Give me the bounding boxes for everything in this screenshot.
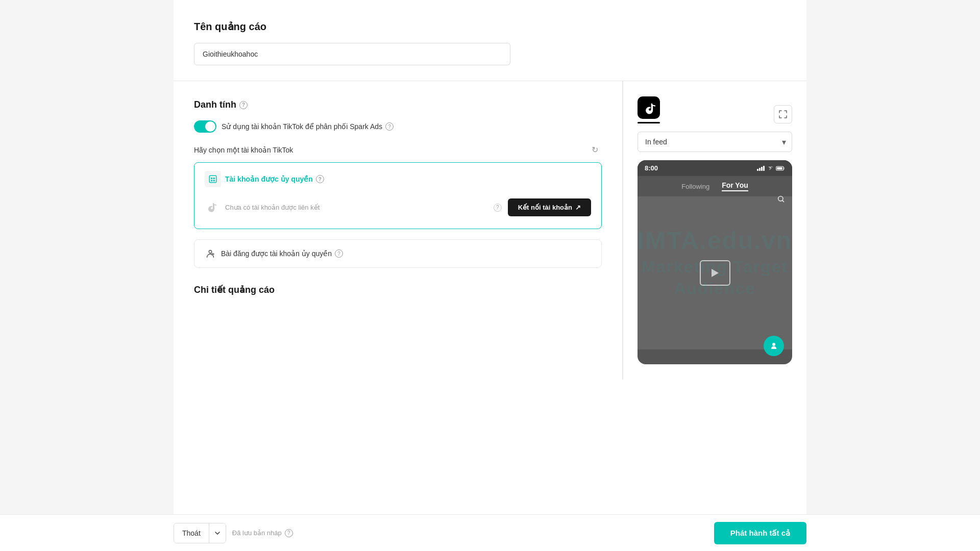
phone-following-tab: Following — [681, 183, 709, 190]
save-status-text: Đã lưu bản nháp — [232, 529, 282, 537]
tiktok-logo-svg — [642, 101, 656, 115]
account-box: Tài khoản được ủy quyền ? Chưa có tài kh… — [194, 162, 602, 229]
toggle-check-icon: ✓ — [210, 123, 214, 130]
no-account-text: Chưa có tài khoản được liên kết — [225, 204, 487, 211]
phone-video-area — [638, 196, 792, 349]
phone-icons — [757, 165, 785, 172]
phone-search-icon — [777, 195, 785, 203]
thoat-dropdown-arrow[interactable] — [209, 523, 226, 543]
svg-rect-7 — [777, 167, 782, 169]
danh-tinh-help-icon[interactable]: ? — [239, 101, 248, 109]
account-tab-icon — [205, 171, 221, 187]
wifi-icon — [767, 165, 774, 172]
left-panel: Danh tính ? ✓ Sử dụng tài khoản TikTok đ… — [174, 81, 623, 380]
ad-name-input[interactable] — [194, 43, 510, 65]
thoat-button[interactable]: Thoát — [174, 523, 209, 543]
infeed-select-wrapper: In feed ▾ — [638, 132, 792, 152]
fullscreen-icon — [779, 110, 787, 118]
phone-mockup: 8:00 — [638, 160, 792, 364]
chevron-down-icon — [214, 530, 220, 536]
video-placeholder-icon — [700, 260, 730, 286]
bai-dang-help-icon[interactable]: ? — [335, 249, 343, 258]
phone-foryou-tab: For You — [722, 181, 748, 191]
bai-dang-label: Bài đăng được tài khoản ủy quyền ? — [221, 249, 343, 258]
phone-status-bar: 8:00 — [638, 160, 792, 176]
bai-dang-section: Bài đăng được tài khoản ủy quyền ? — [194, 239, 602, 268]
external-link-icon: ↗ — [575, 204, 581, 211]
account-no-link-row: Chưa có tài khoản được liên kết ? Kết nố… — [205, 194, 591, 220]
connect-btn-label: Kết nối tài khoản — [518, 204, 572, 211]
body-section: Danh tính ? ✓ Sử dụng tài khoản TikTok đ… — [174, 81, 806, 380]
preview-header — [638, 96, 792, 123]
connect-account-button[interactable]: Kết nối tài khoản ↗ — [508, 198, 591, 216]
svg-rect-1 — [211, 178, 212, 179]
building-icon — [208, 174, 217, 184]
spark-ads-toggle[interactable]: ✓ — [194, 120, 216, 133]
fullscreen-button[interactable] — [774, 105, 792, 123]
svg-point-5 — [209, 251, 212, 254]
tiktok-small-icon — [205, 201, 219, 215]
svg-rect-3 — [211, 180, 212, 182]
svg-rect-4 — [213, 180, 215, 182]
main-content: Tên quảng cáo Danh tính ? ✓ Sử dụng tà — [174, 0, 806, 551]
toggle-help-icon[interactable]: ? — [385, 122, 394, 131]
svg-point-9 — [772, 343, 775, 346]
authorized-account-tab: Tài khoản được ủy quyền ? — [205, 171, 591, 187]
question-badge-icon[interactable]: ? — [494, 204, 502, 212]
phone-nav: Following For You — [638, 176, 792, 196]
fab-person-icon — [769, 341, 778, 350]
toggle-row: ✓ Sử dụng tài khoản TikTok để phân phối … — [194, 120, 602, 133]
footer-bar: Thoát Đã lưu bản nháp ? Phát hành tất cả — [0, 514, 980, 551]
save-status: Đã lưu bản nháp ? — [232, 529, 293, 537]
phone-time: 8:00 — [645, 164, 658, 172]
account-selection-label: Hãy chọn một tài khoản TikTok ↻ — [194, 145, 602, 155]
play-icon — [712, 269, 719, 277]
save-status-help-icon[interactable]: ? — [285, 529, 293, 537]
phat-hanh-button[interactable]: Phát hành tất cả — [714, 522, 806, 544]
authorized-tab-label: Tài khoản được ủy quyền ? — [225, 175, 324, 183]
authorized-tab-text: Tài khoản được ủy quyền — [225, 175, 313, 183]
authorized-tab-help-icon[interactable]: ? — [316, 175, 324, 183]
toggle-label: Sử dụng tài khoản TikTok để phân phối Sp… — [222, 122, 394, 131]
bai-dang-icon — [205, 248, 216, 259]
tiktok-logo-icon — [638, 96, 660, 119]
refresh-icon[interactable]: ↻ — [592, 145, 602, 155]
right-panel: In feed ▾ 8:00 — [623, 81, 806, 380]
chi-tiet-title: Chi tiết quảng cáo — [194, 284, 602, 295]
bai-dang-text: Bài đăng được tài khoản ủy quyền — [221, 249, 332, 258]
footer-left: Thoát Đã lưu bản nháp ? — [174, 523, 293, 543]
ad-name-section: Tên quảng cáo — [174, 0, 806, 81]
thoat-select-group: Thoát — [174, 523, 226, 543]
phone-fab-button — [764, 336, 784, 356]
ad-name-title: Tên quảng cáo — [194, 20, 786, 33]
danh-tinh-label: Danh tính — [194, 99, 236, 110]
signal-bars-icon — [757, 166, 765, 171]
account-selection-text: Hãy chọn một tài khoản TikTok — [194, 146, 293, 154]
danh-tinh-title: Danh tính ? — [194, 99, 602, 110]
tiktok-logo-underline — [638, 122, 660, 123]
battery-icon — [776, 166, 785, 171]
svg-rect-2 — [213, 178, 215, 179]
tiktok-logo-box — [638, 96, 660, 123]
toggle-label-text: Sử dụng tài khoản TikTok để phân phối Sp… — [222, 122, 382, 131]
svg-rect-0 — [209, 176, 216, 183]
infeed-select[interactable]: In feed — [638, 132, 792, 152]
page-wrapper: Tên quảng cáo Danh tính ? ✓ Sử dụng tà — [0, 0, 980, 551]
video-icon-box — [700, 260, 730, 286]
